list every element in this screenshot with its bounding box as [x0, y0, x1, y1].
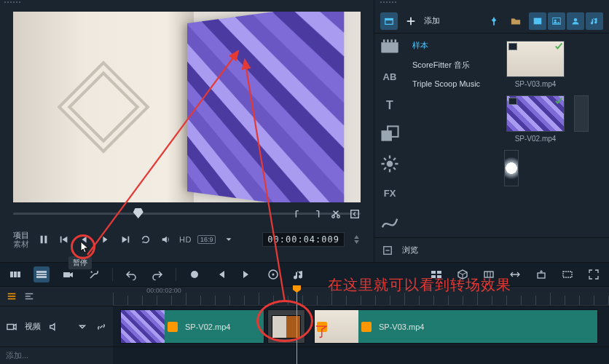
- cat-media-icon[interactable]: [380, 39, 399, 55]
- track-height-button[interactable]: [533, 266, 549, 282]
- disc-button[interactable]: [265, 266, 281, 282]
- hd-label[interactable]: HD: [179, 235, 192, 244]
- view-media-button[interactable]: [529, 12, 546, 30]
- timeline-ruler-row: 00:00:02:00: [0, 287, 609, 306]
- svg-rect-15: [383, 40, 385, 43]
- timeline-clip[interactable]: SP-V03.mp4: [314, 309, 598, 344]
- import-button[interactable]: [380, 12, 398, 30]
- view-audio-button[interactable]: [586, 12, 603, 30]
- svg-rect-40: [7, 324, 14, 329]
- storyboard-view-button[interactable]: [7, 266, 23, 282]
- timeline-ruler[interactable]: 00:00:02:00: [113, 287, 609, 306]
- multicam-button[interactable]: [428, 266, 444, 282]
- scrub-bar[interactable]: [13, 208, 361, 226]
- timecode-up-icon[interactable]: [352, 234, 361, 240]
- svg-rect-37: [484, 272, 493, 277]
- library-folder-item[interactable]: 样本: [411, 38, 495, 53]
- svg-point-0: [332, 215, 335, 218]
- svg-rect-17: [390, 40, 393, 43]
- marker-prev-button[interactable]: [213, 266, 229, 282]
- preview-viewport[interactable]: [13, 12, 361, 202]
- library-folder-item[interactable]: Triple Scoop Music: [411, 77, 495, 90]
- audio-tool-button[interactable]: [291, 266, 307, 282]
- redo-button[interactable]: [149, 266, 165, 282]
- panel-grip[interactable]: [0, 0, 374, 9]
- cat-transition-icon[interactable]: AB: [380, 68, 399, 84]
- track-link-icon[interactable]: [95, 321, 107, 333]
- zoom-fit-button[interactable]: [559, 266, 575, 282]
- undo-button[interactable]: [123, 266, 139, 282]
- library-folder-list: 样本ScoreFitter 音乐Triple Scoop Music: [405, 33, 501, 237]
- marker-next-button[interactable]: [239, 266, 255, 282]
- scroll-button[interactable]: [507, 266, 523, 282]
- timecode-display[interactable]: 00:00:04:009: [262, 232, 345, 247]
- svg-rect-39: [563, 272, 572, 277]
- timeline-clip[interactable]: SP-V02.mp4: [120, 309, 264, 344]
- svg-point-30: [191, 271, 198, 278]
- cat-overlay-icon[interactable]: [380, 127, 399, 143]
- pin-button[interactable]: [485, 12, 503, 30]
- panel-grip[interactable]: [374, 0, 609, 9]
- thumb-label: SP-V03.mp4: [515, 80, 557, 88]
- svg-rect-16: [387, 40, 389, 43]
- ratio-dropdown-icon[interactable]: [221, 232, 236, 247]
- cat-title-icon[interactable]: T: [380, 98, 399, 114]
- mode-clip-label[interactable]: 素材: [13, 240, 29, 248]
- transition-clip[interactable]: [267, 309, 305, 344]
- video-track: 视频 SP-V02.mp4SP-V03.mp4: [0, 306, 609, 347]
- video-track-lane[interactable]: SP-V02.mp4SP-V03.mp4: [113, 306, 609, 347]
- mode-project-label[interactable]: 项目: [13, 231, 29, 240]
- view-person-button[interactable]: [567, 12, 584, 30]
- library-folder-item[interactable]: ScoreFitter 音乐: [411, 58, 495, 73]
- mark-out-icon[interactable]: [311, 208, 323, 220]
- library-category-rail: AB T FX: [374, 33, 405, 237]
- svg-rect-38: [538, 273, 545, 278]
- svg-rect-19: [381, 130, 391, 141]
- next-frame-button[interactable]: [98, 232, 112, 247]
- split-icon[interactable]: [330, 208, 342, 220]
- playhead[interactable]: [296, 287, 297, 364]
- ripple-button[interactable]: [481, 266, 497, 282]
- record-button[interactable]: [186, 266, 203, 282]
- pause-button[interactable]: [36, 232, 51, 247]
- timecode-down-icon[interactable]: [352, 240, 361, 245]
- go-end-button[interactable]: [118, 232, 133, 247]
- view-photo-button[interactable]: [548, 12, 565, 30]
- timeline-view-button[interactable]: [34, 266, 50, 282]
- track-chevron-icon[interactable]: [76, 321, 88, 333]
- add-button[interactable]: [402, 12, 420, 30]
- track-mute-icon[interactable]: [48, 321, 60, 333]
- cat-fx-icon[interactable]: FX: [380, 185, 399, 201]
- folder-add-button[interactable]: [507, 12, 524, 30]
- 3d-button[interactable]: [455, 266, 471, 282]
- expand-panel-icon[interactable]: [382, 245, 393, 256]
- loop-button[interactable]: [138, 232, 153, 247]
- scrub-handle[interactable]: [133, 208, 144, 218]
- browse-label[interactable]: 浏览: [402, 245, 418, 256]
- fullscreen-button[interactable]: [586, 266, 602, 282]
- library-thumb[interactable]: SP-V03.mp4: [504, 41, 567, 88]
- svg-point-12: [574, 18, 577, 21]
- track-expand-icon[interactable]: [23, 290, 35, 302]
- expand-icon[interactable]: [349, 208, 361, 220]
- volume-button[interactable]: [159, 232, 173, 247]
- svg-rect-25: [17, 272, 20, 277]
- cat-settings-icon[interactable]: [380, 156, 399, 172]
- svg-rect-28: [36, 276, 47, 278]
- mark-in-icon[interactable]: [292, 208, 304, 220]
- aspect-ratio-label[interactable]: 16:9: [197, 235, 216, 244]
- svg-rect-5: [60, 237, 62, 243]
- track-list-icon[interactable]: [6, 290, 17, 302]
- svg-rect-6: [128, 237, 130, 243]
- video-track-icon[interactable]: [6, 321, 17, 333]
- cat-path-icon[interactable]: [380, 214, 399, 230]
- prev-frame-button[interactable]: [77, 232, 92, 247]
- add-track-label[interactable]: 添加...: [6, 350, 28, 361]
- timeline-toolbar: 暂停: [0, 262, 609, 287]
- add-label: 添加: [424, 15, 440, 26]
- library-thumb[interactable]: SP-V02.mp4: [504, 95, 567, 143]
- go-start-button[interactable]: [57, 232, 71, 247]
- library-toolbar: 添加: [374, 9, 609, 33]
- svg-rect-24: [14, 272, 17, 277]
- preview-panel: 项目 素材 HD 16:9 00:00:04:009: [0, 0, 374, 262]
